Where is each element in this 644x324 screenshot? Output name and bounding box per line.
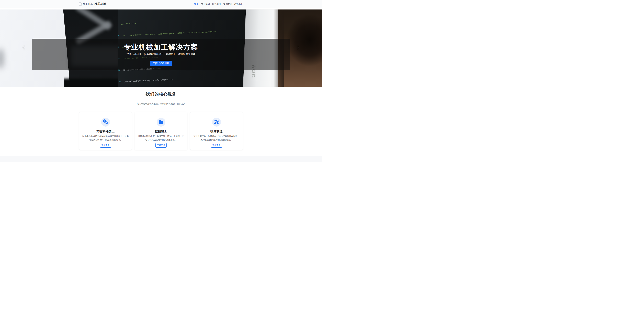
card-title: 数控加工	[135, 129, 187, 133]
code-line: 76/// <summary>	[118, 16, 247, 26]
services-section-title: 我们的核心服务	[0, 91, 322, 97]
card-cnc-machining: 数控加工 拥有多台数控机床，包括三轴、四轴、五轴加工中心，可完成复杂零件的高效加…	[135, 112, 187, 150]
screwdriver-wrench-icon	[214, 120, 219, 125]
code-line: 77/// <para>Converts the given value fro…	[118, 28, 247, 37]
card-precision-parts: 精密零件加工 提供各种金属和非金属材料的精密零件加工，公差可达±0.005mm，…	[79, 112, 132, 150]
main-nav: 首页 关于我们 服务项目 案例展示 联系我们	[194, 3, 243, 6]
header-container: 精工机械 精工机械 首页 关于我们 服务项目 案例展示 联系我们	[79, 0, 243, 8]
nav-item-services[interactable]: 服务项目	[212, 3, 221, 6]
hero-title: 专业机械加工解决方案	[32, 42, 290, 52]
nav-item-about[interactable]: 关于我们	[201, 3, 210, 6]
service-cards-row: 精密零件加工 提供各种金属和非金属材料的精密零件加工，公差可达±0.005mm，…	[79, 112, 243, 150]
carousel-next-button[interactable]	[295, 44, 302, 51]
code-line: 81[MethodImpl(MethodImplOptions.Internal…	[118, 74, 247, 83]
card-title: 精密零件加工	[79, 129, 132, 133]
title-underline	[157, 99, 165, 99]
card-description: 专业注塑模具、压铸模具、冲压模具设计与制造，支持从设计到生产的全流程服务。	[193, 134, 240, 142]
chevron-left-icon	[20, 49, 27, 51]
card-title: 模具制造	[190, 129, 242, 133]
learn-more-button[interactable]: 了解更多	[100, 143, 111, 147]
hero-carousel: 76/// <summary> 77/// <para>Converts the…	[0, 10, 322, 87]
chevron-right-icon	[295, 49, 302, 51]
factory-icon	[159, 120, 163, 125]
gears-icon	[103, 119, 108, 125]
hero-subtitle: 20年行业经验，提供精密零件加工、数控加工、模具制造等服务	[32, 53, 290, 56]
site-footer	[0, 156, 322, 162]
brand-alt-text: 精工机械	[83, 2, 93, 6]
nav-item-contact[interactable]: 联系我们	[234, 3, 243, 6]
learn-more-button[interactable]: 了解更多	[211, 143, 222, 147]
nav-item-cases[interactable]: 案例展示	[223, 3, 232, 6]
card-mold-manufacturing: 模具制造 专业注塑模具、压铸模具、冲压模具设计与制造，支持从设计到生产的全流程服…	[190, 112, 243, 150]
carousel-prev-button[interactable]	[20, 44, 27, 51]
hero-cta-button[interactable]: 了解我们的服务	[150, 61, 172, 66]
site-header: 精工机械 精工机械 首页 关于我们 服务项目 案例展示 联系我们	[0, 0, 322, 8]
nav-item-home[interactable]: 首页	[194, 3, 198, 6]
learn-more-button[interactable]: 了解更多	[156, 143, 166, 147]
brand-name: 精工机械	[94, 2, 106, 6]
brand-logo[interactable]: 精工机械 精工机械	[79, 2, 106, 6]
hero-overlay-panel: 专业机械加工解决方案 20年行业经验，提供精密零件加工、数控加工、模具制造等服务…	[32, 39, 290, 70]
services-section-subtitle: 我们专注于提供高质量、高精度的机械加工解决方案	[0, 102, 322, 105]
card-description: 提供各种金属和非金属材料的精密零件加工，公差可达±0.005mm，满足高精度需求…	[82, 134, 129, 142]
code-line: 82public static extern float GammaToLine…	[118, 85, 247, 87]
card-description: 拥有多台数控机床，包括三轴、四轴、五轴加工中心，可完成复杂零件的高效加工。	[138, 134, 184, 142]
broken-image-icon	[79, 2, 82, 6]
